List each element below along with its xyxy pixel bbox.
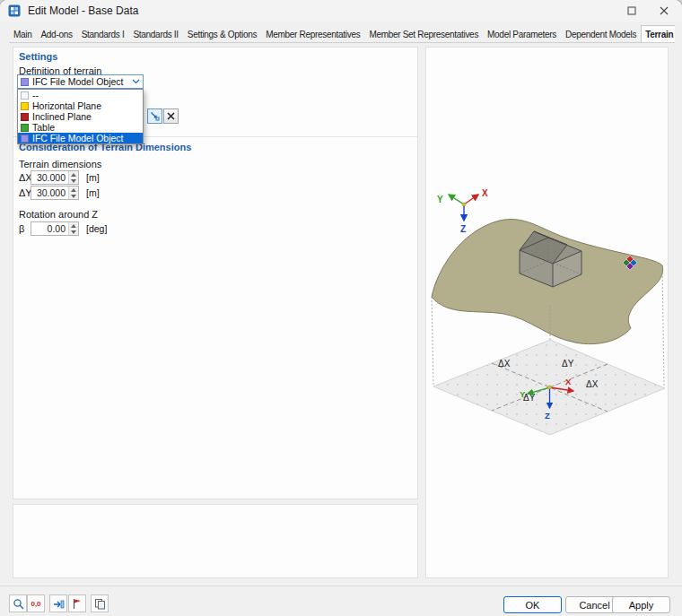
tab-bar: Main Add-ons Standards I Standards II Se… [9, 25, 675, 43]
tab-terrain[interactable]: Terrain [641, 25, 675, 43]
beta-label: β [19, 223, 31, 234]
plane-dx-top-label: ΔX [498, 359, 511, 369]
plane-axis-x-label: X [565, 377, 572, 386]
terrain-dimensions-label: Terrain dimensions [19, 159, 101, 169]
axis-y-label: Y [437, 195, 443, 204]
close-button[interactable] [648, 0, 680, 22]
decimal-places-icon: 0,0 [31, 600, 40, 608]
preview-panel: X Y Z [425, 47, 669, 578]
magnifier-button[interactable] [9, 594, 27, 612]
option-swatch [21, 113, 29, 121]
decimal-places-button[interactable]: 0,0 [27, 594, 45, 612]
dy-unit: [m] [86, 187, 100, 198]
terrain-type-combobox[interactable]: IFC File Model Object [17, 74, 144, 89]
option-swatch [21, 134, 29, 143]
dropdown-item-table[interactable]: Table [18, 122, 143, 133]
dropdown-item-horizontal-plane[interactable]: Horizontal Plane [18, 100, 143, 111]
flag-button[interactable] [68, 594, 86, 612]
tab-model-parameters[interactable]: Model Parameters [483, 25, 561, 42]
plane-dx-right-label: ΔX [586, 379, 599, 389]
dropdown-item-ifc-file-model-object[interactable]: IFC File Model Object [18, 133, 143, 143]
plane-axis-y-label: Y [520, 389, 526, 399]
option-label: -- [32, 90, 39, 100]
dropdown-item-inclined-plane[interactable]: Inclined Plane [18, 111, 143, 122]
dy-input-wrap [31, 186, 79, 200]
copy-icon [94, 598, 106, 610]
app-icon [8, 4, 21, 17]
terrain-color-swatch [21, 78, 29, 86]
rotation-around-z-label: Rotation around Z [19, 209, 98, 220]
tab-member-representatives[interactable]: Member Representatives [261, 25, 364, 42]
dy-spinner[interactable] [68, 187, 78, 199]
tab-dependent-models[interactable]: Dependent Models [561, 25, 641, 42]
option-label: IFC File Model Object [32, 133, 124, 143]
maximize-button[interactable] [616, 0, 648, 22]
arrow-button[interactable] [49, 594, 67, 612]
pick-arrow-icon [150, 111, 160, 121]
pick-object-button[interactable] [147, 108, 162, 124]
dropdown-item-none[interactable]: -- [18, 90, 143, 100]
tab-add-ons[interactable]: Add-ons [36, 25, 76, 42]
chevron-down-icon [132, 79, 140, 84]
plane-axis-z-label: Z [545, 411, 550, 421]
apply-button[interactable]: Apply [612, 596, 670, 613]
tab-standards-ii[interactable]: Standards II [128, 25, 182, 42]
axis-x-label: X [482, 188, 488, 198]
option-label: Table [32, 122, 55, 133]
terrain-preview-3d[interactable]: X Y Z [426, 48, 668, 577]
option-label: Horizontal Plane [32, 100, 101, 111]
delete-terrain-button[interactable] [163, 108, 179, 124]
beta-row: β [deg] [19, 221, 107, 236]
flag-icon [72, 598, 83, 610]
beta-spinner[interactable] [68, 222, 78, 235]
empty-panel [13, 504, 418, 578]
dx-label: ΔX [19, 172, 31, 183]
settings-panel: Settings Definition of terrain IFC File … [13, 47, 418, 499]
tab-main[interactable]: Main [9, 25, 36, 42]
close-icon [660, 6, 669, 15]
axis-z-label: Z [460, 224, 466, 234]
option-swatch [21, 102, 29, 110]
dy-label: ΔY [19, 187, 31, 198]
option-label: Inclined Plane [32, 111, 92, 122]
ground-plane: ΔX ΔY ΔX ΔY X Y Z [433, 340, 665, 435]
dy-row: ΔY [m] [19, 186, 100, 200]
beta-unit: [deg] [86, 223, 107, 234]
dx-row: ΔX [m] [19, 170, 100, 185]
top-axes: X Y Z [437, 188, 488, 234]
title-bar: Edit Model - Base Data [0, 0, 682, 22]
tab-settings-options[interactable]: Settings & Options [183, 25, 261, 42]
beta-input-wrap [31, 221, 79, 236]
window-title: Edit Model - Base Data [28, 4, 138, 17]
footer: 0,0 OK Cancel Apply [0, 586, 682, 616]
ok-button[interactable]: OK [503, 596, 562, 613]
arrow-icon [53, 598, 65, 610]
copy-button[interactable] [91, 594, 109, 612]
edit-model-dialog: Edit Model - Base Data Main Add-ons Stan… [0, 0, 682, 616]
dx-input-wrap [31, 170, 79, 185]
plane-dy-top-label: ΔY [562, 359, 574, 369]
maximize-icon [627, 6, 636, 15]
terrain-type-dropdown: -- Horizontal Plane Inclined Plane Table… [17, 89, 144, 144]
tab-standards-i[interactable]: Standards I [77, 25, 129, 42]
dx-unit: [m] [86, 172, 100, 183]
tab-member-set-representatives[interactable]: Member Set Representatives [364, 25, 483, 42]
option-swatch [21, 91, 29, 100]
magnifier-icon [13, 598, 24, 610]
option-swatch [21, 124, 29, 132]
combobox-value: IFC File Model Object [32, 76, 132, 87]
dx-spinner[interactable] [68, 171, 78, 184]
settings-header: Settings [19, 51, 57, 62]
delete-x-icon [167, 112, 175, 120]
